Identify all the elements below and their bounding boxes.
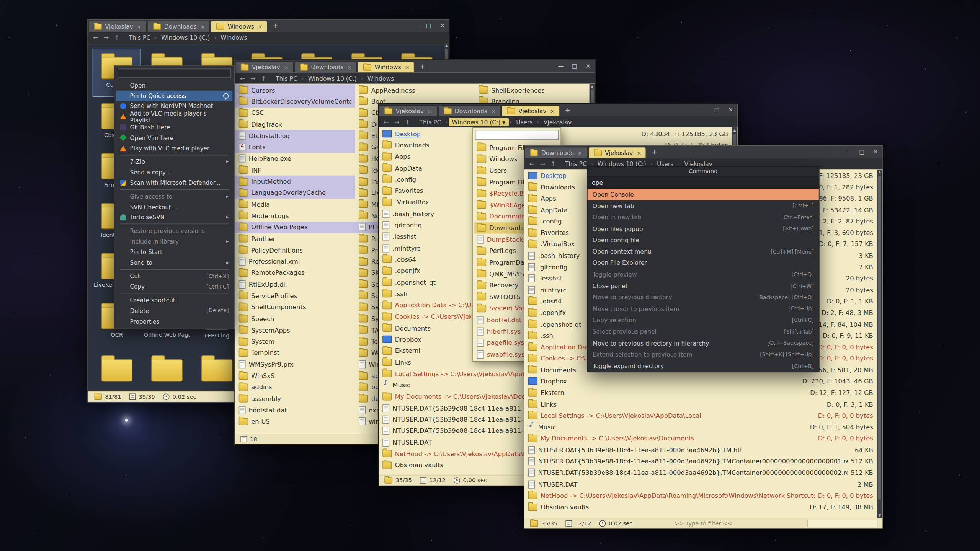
breadcrumb-windows-10-c[interactable]: Windows 10 (C:) ▾ bbox=[449, 118, 508, 126]
palette-item-open-context-menu[interactable]: Open context menu[Ctrl+M] [Menu] bbox=[588, 246, 819, 257]
menu-item-send-to[interactable]: Send to▸ bbox=[116, 257, 233, 267]
file-row-cursors[interactable]: Cursors bbox=[235, 84, 355, 96]
tab-windows[interactable]: Windows× bbox=[358, 61, 415, 72]
file-row-dropbox[interactable]: DropboxD: 230, F: 1043, 46 GB bbox=[524, 376, 877, 387]
palette-item-copy-selection[interactable]: Copy selection[Ctrl+C] bbox=[588, 315, 819, 326]
file-row-rtlexupd-dll[interactable]: RtlExUpd.dll bbox=[235, 279, 355, 290]
file-tile[interactable] bbox=[143, 352, 191, 391]
file-row-links[interactable]: LinksD: 0, F: 3, 1 KB bbox=[524, 399, 877, 410]
tab-vjekoslav[interactable]: Vjekoslav× bbox=[588, 147, 647, 158]
menu-item-copy[interactable]: Copy[Ctrl+C] bbox=[116, 281, 233, 292]
menu-item-pin-to-start[interactable]: Pin to Start bbox=[116, 247, 233, 257]
file-row-helppane-exe[interactable]: HelpPane.exe bbox=[235, 153, 355, 165]
file-row-inputmethod[interactable]: InputMethod bbox=[235, 176, 355, 187]
scroll-down-icon[interactable]: ▼ bbox=[877, 513, 883, 518]
file-row-music[interactable]: MusicD: 0, F: 1, 504 bytes bbox=[524, 421, 877, 433]
menu-item-scan-with-microsoft-defender[interactable]: Scan with Microsoft Defender... bbox=[116, 178, 233, 188]
tab-close-icon[interactable]: × bbox=[405, 64, 409, 70]
file-row-ntuser-dat-53b39e88-18c4-11ea-a811-000d3aa4692b-tmcontainer00000000000000000001-regtrans-ms[interactable]: NTUSER.DAT{53b39e88-18c4-11ea-a811-000d3… bbox=[524, 456, 877, 467]
command-input[interactable]: ope bbox=[588, 177, 819, 189]
new-tab-button[interactable]: + bbox=[647, 145, 662, 158]
palette-item-toggle-preview[interactable]: Toggle preview[Ctrl+Q] bbox=[588, 269, 819, 280]
palette-item-close-panel[interactable]: Close panel[Ctrl+W] bbox=[588, 280, 819, 292]
palette-item-open-files-popup[interactable]: Open files popup[Alt+Down] bbox=[588, 223, 819, 235]
breadcrumb-this-pc[interactable]: This PC bbox=[562, 160, 590, 168]
close-button[interactable]: ✕ bbox=[724, 107, 738, 113]
tab-close-icon[interactable]: × bbox=[201, 23, 205, 29]
menu-item-give-access-to[interactable]: Give access to▸ bbox=[116, 191, 233, 202]
file-row-obsidian-vaults[interactable]: Obsidian vaultsD: 17, F: 149, 38 MB bbox=[524, 501, 877, 513]
file-row-shellcomponents[interactable]: ShellComponents bbox=[235, 302, 355, 313]
file-row-offline-web-pages[interactable]: Offline Web Pages bbox=[235, 222, 355, 233]
file-row-shellexperiences[interactable]: ShellExperiences bbox=[475, 84, 590, 96]
file-row-ntuser-dat[interactable]: NTUSER.DAT2 MB bbox=[524, 479, 877, 490]
titlebar[interactable]: Vjekoslav×Downloads×Windows× + — □ ✕ bbox=[88, 20, 449, 32]
file-row-ntuser-dat-53b39e88-18c4-11ea-a811-000d3aa4692b-tm-blf[interactable]: NTUSER.DAT{53b39e88-18c4-11ea-a811-000d3… bbox=[524, 444, 877, 456]
breadcrumb-windows-10-c[interactable]: Windows 10 (C:) bbox=[305, 74, 360, 82]
menu-item-send-a-copy[interactable]: Send a copy... bbox=[116, 167, 233, 178]
palette-item-open-file-explorer[interactable]: Open File Explorer bbox=[588, 257, 819, 269]
file-row-panther[interactable]: Panther bbox=[235, 233, 355, 245]
breadcrumb-this-pc[interactable]: This PC bbox=[273, 74, 301, 82]
menu-item-cut[interactable]: Cut[Ctrl+X] bbox=[116, 271, 233, 281]
file-row-local-settings-c-users-vjekoslav-appdata-local[interactable]: Local Settings -> C:\Users\Vjekoslav\App… bbox=[524, 410, 877, 421]
titlebar[interactable]: Vjekoslav×Downloads×Windows× + — □ ✕ bbox=[235, 60, 595, 73]
new-tab-button[interactable]: + bbox=[268, 20, 283, 32]
scroll-up-icon[interactable]: ▲ bbox=[590, 84, 595, 89]
breadcrumb-windows[interactable]: Windows bbox=[364, 74, 397, 82]
tab-close-icon[interactable]: × bbox=[258, 23, 263, 29]
up-button[interactable]: ↑ bbox=[403, 118, 412, 125]
file-row-my-documents-c-users-vjekoslav-documents[interactable]: My Documents -> C:\Users\Vjekoslav\Docum… bbox=[524, 433, 877, 444]
scroll-up-icon[interactable]: ▲ bbox=[877, 169, 883, 174]
menu-item-properties[interactable]: Properties bbox=[116, 316, 233, 326]
palette-item-open-config-file[interactable]: Open config file bbox=[588, 235, 819, 246]
menu-item-open[interactable]: Open bbox=[116, 80, 233, 90]
file-row-wmsyspr9-prx[interactable]: WMSysPr9.prx bbox=[235, 359, 355, 370]
tab-close-icon[interactable]: × bbox=[284, 64, 288, 70]
file-row-diagtrack[interactable]: DiagTrack bbox=[235, 119, 355, 130]
tab-vjekoslav[interactable]: Vjekoslav× bbox=[379, 105, 437, 116]
tab-close-icon[interactable]: × bbox=[637, 150, 641, 156]
new-tab-button[interactable]: + bbox=[560, 104, 575, 116]
tab-close-icon[interactable]: × bbox=[491, 108, 496, 114]
tab-close-icon[interactable]: × bbox=[428, 108, 432, 114]
menu-item-create-shortcut[interactable]: Create shortcut bbox=[116, 295, 233, 305]
back-button[interactable]: ← bbox=[238, 75, 247, 82]
file-row-dtcinstall-log[interactable]: DtcInstall.log bbox=[235, 130, 355, 142]
file-row-professional-xml[interactable]: Professional.xml bbox=[235, 256, 355, 267]
menu-item-add-to-vlc-media-player-s-playlist[interactable]: Add to VLC media player's Playlist bbox=[116, 111, 233, 122]
breadcrumb-this-pc[interactable]: This PC bbox=[416, 118, 444, 126]
titlebar[interactable]: Vjekoslav×Downloads×Vjekoslav× + — □ ✕ bbox=[379, 104, 737, 116]
minimize-button[interactable]: — bbox=[554, 63, 568, 69]
file-row-fonts[interactable]: Fonts bbox=[235, 142, 355, 153]
palette-item-extend-selection-to-previous-item[interactable]: Extend selection to previous item[Shift+… bbox=[588, 349, 819, 360]
tab-downloads[interactable]: Downloads× bbox=[438, 105, 501, 116]
palette-item-toggle-expand-directory[interactable]: Toggle expand directory[Ctrl+B] bbox=[588, 360, 819, 372]
tab-downloads[interactable]: Downloads× bbox=[524, 147, 587, 158]
breadcrumb-users[interactable]: Users bbox=[513, 118, 536, 126]
minimize-button[interactable]: — bbox=[841, 149, 855, 155]
breadcrumb-windows[interactable]: Windows bbox=[217, 33, 250, 41]
back-button[interactable]: ← bbox=[528, 160, 536, 167]
file-row-addins[interactable]: addins bbox=[235, 381, 355, 393]
forward-button[interactable]: → bbox=[392, 118, 401, 125]
file-tile[interactable] bbox=[93, 352, 140, 391]
up-button[interactable]: ↑ bbox=[549, 160, 557, 167]
tab-windows[interactable]: Windows× bbox=[211, 21, 268, 32]
file-row-winsxs[interactable]: WinSxS bbox=[235, 370, 355, 381]
file-row-bootstat-dat[interactable]: bootstat.dat bbox=[235, 404, 355, 416]
breadcrumb-this-pc[interactable]: This PC bbox=[126, 33, 154, 41]
file-row-csc[interactable]: CSC bbox=[235, 107, 355, 119]
scroll-up-icon[interactable]: ▲ bbox=[732, 127, 738, 132]
file-row-appreadiness[interactable]: AppReadiness bbox=[355, 84, 475, 96]
forward-button[interactable]: → bbox=[249, 75, 258, 82]
palette-item-open-in-new-tab[interactable]: Open in new tab[Ctrl+Enter] bbox=[588, 212, 819, 223]
file-row-tempinst[interactable]: TempInst bbox=[235, 347, 355, 359]
menu-item-pin-to-quick-access[interactable]: Pin to Quick access bbox=[116, 90, 233, 101]
file-row-policydefinitions[interactable]: PolicyDefinitions bbox=[235, 245, 355, 256]
file-row-modemlogs[interactable]: ModemLogs bbox=[235, 210, 355, 222]
file-row-media[interactable]: Media bbox=[235, 199, 355, 210]
forward-button[interactable]: → bbox=[538, 160, 547, 167]
breadcrumb-windows-10-c[interactable]: Windows 10 (C:) bbox=[158, 33, 213, 41]
tab-close-icon[interactable]: × bbox=[578, 150, 582, 156]
